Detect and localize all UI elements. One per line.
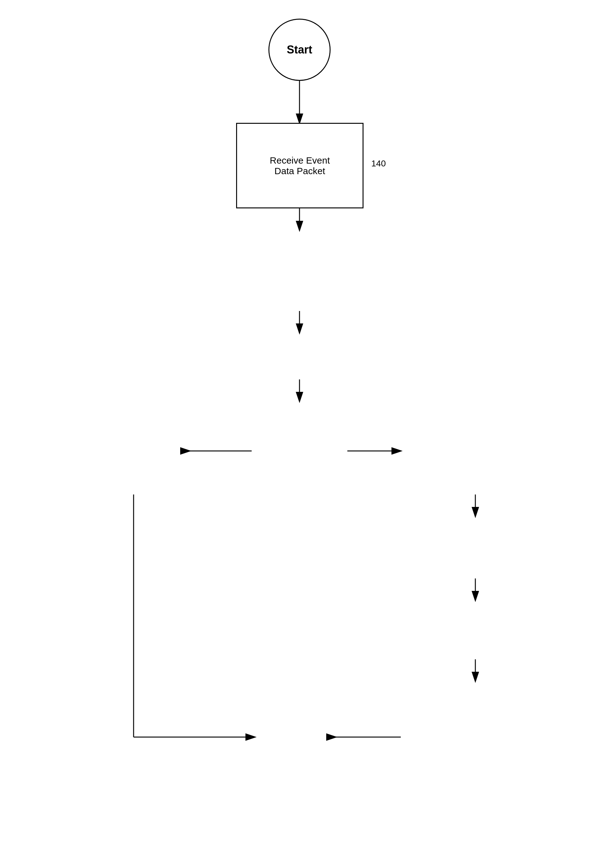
receive-event-node: Receive Event Data Packet [236,123,364,208]
label-140: 140 [371,159,386,169]
start-node: Start [268,19,331,81]
flowchart-diagram: Start Receive Event Data Packet 140 Read… [0,0,599,868]
